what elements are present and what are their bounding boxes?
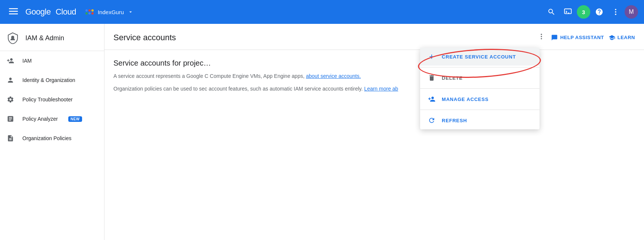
sidebar-title: IAM & Admin (25, 34, 64, 42)
project-selector[interactable]: IndexGuru (85, 9, 134, 15)
search-button[interactable] (544, 4, 559, 19)
refresh-icon (428, 117, 436, 124)
create-plus-icon (428, 53, 436, 60)
create-service-account-item[interactable]: CREATE SERVICE ACCOUNT (420, 48, 540, 66)
svg-point-14 (541, 34, 542, 35)
learn-more-link[interactable]: Learn more ab (364, 86, 398, 92)
sidebar-item-policy-analyzer[interactable]: Policy Analyzer NEW (0, 109, 104, 129)
content-area: Service accounts HELP ASSISTANT LEARN (104, 24, 644, 240)
policy-troubleshooter-icon (6, 95, 15, 104)
svg-point-3 (85, 9, 88, 12)
paragraph-2: Organization policies can be used to sec… (113, 85, 635, 93)
project-name: IndexGuru (98, 9, 124, 15)
svg-point-6 (85, 12, 88, 15)
svg-point-7 (88, 12, 91, 15)
main-layout: IAM & Admin IAM Identity & Organization (0, 24, 644, 240)
sidebar-item-policy-troubleshooter[interactable]: Policy Troubleshooter (0, 90, 104, 109)
sidebar-item-org-policies[interactable]: Organization Policies (0, 129, 104, 148)
content-body: Service accounts for projec… A service a… (104, 50, 644, 107)
content-header: Service accounts HELP ASSISTANT LEARN (104, 24, 644, 50)
svg-point-15 (541, 36, 542, 37)
google-cloud-logo: Google Cloud (25, 7, 76, 17)
manage-access-icon (428, 95, 436, 103)
sidebar-item-iam[interactable]: IAM (0, 51, 104, 70)
dropdown-menu: CREATE SERVICE ACCOUNT DELETE MA (420, 48, 540, 129)
page-title: Service accounts (113, 33, 532, 42)
svg-rect-2 (9, 13, 18, 15)
svg-point-16 (541, 38, 542, 39)
dropdown-divider-3 (420, 110, 540, 110)
sidebar-item-identity-org[interactable]: Identity & Organization (0, 70, 104, 90)
dropdown-divider-1 (420, 67, 540, 67)
iam-admin-icon (6, 31, 19, 45)
service-accounts-link[interactable]: about service accounts. (306, 73, 361, 79)
sidebar: IAM & Admin IAM Identity & Organization (0, 24, 104, 240)
user-avatar[interactable]: M (625, 5, 638, 19)
svg-point-10 (615, 9, 616, 10)
delete-icon (428, 74, 436, 82)
sidebar-item-iam-label: IAM (22, 58, 32, 64)
notification-badge[interactable]: 3 (577, 5, 590, 19)
svg-point-12 (615, 14, 616, 15)
more-options-button[interactable] (608, 4, 623, 19)
content-more-button[interactable] (536, 31, 547, 44)
iam-icon (6, 56, 15, 65)
sidebar-item-identity-org-label: Identity & Organization (22, 77, 75, 83)
sidebar-item-org-policies-label: Organization Policies (22, 135, 72, 141)
identity-org-icon (6, 76, 15, 85)
paragraph-1: A service account represents a Google C … (113, 72, 635, 80)
dropdown-divider-2 (420, 88, 540, 89)
nav-icon-group: 3 M (544, 4, 638, 19)
refresh-item[interactable]: REFRESH (420, 111, 540, 129)
delete-item[interactable]: DELETE (420, 69, 540, 87)
section-heading: Service accounts for projec… (113, 59, 635, 67)
org-policies-icon (6, 134, 15, 143)
manage-access-item[interactable]: MANAGE ACCESS (420, 90, 540, 108)
top-navigation: Google Cloud IndexGuru (0, 0, 644, 24)
hamburger-menu[interactable] (6, 4, 21, 20)
sidebar-header: IAM & Admin (0, 24, 104, 51)
sidebar-item-policy-troubleshooter-label: Policy Troubleshooter (22, 97, 73, 102)
svg-rect-1 (9, 11, 18, 12)
logo-cloud-text: Cloud (56, 7, 76, 17)
logo-google-text: Google (25, 7, 51, 17)
svg-point-11 (615, 11, 616, 13)
policy-analyzer-icon (6, 114, 15, 123)
svg-point-8 (91, 12, 94, 15)
svg-point-5 (91, 9, 94, 12)
help-button[interactable] (592, 4, 607, 19)
cloud-shell-button[interactable] (560, 4, 575, 19)
new-badge: NEW (68, 116, 82, 122)
sidebar-item-policy-analyzer-label: Policy Analyzer (22, 116, 58, 122)
help-assistant-button[interactable]: HELP ASSISTANT (551, 34, 604, 41)
svg-rect-0 (9, 8, 18, 9)
svg-point-4 (88, 9, 91, 12)
learn-button[interactable]: LEARN (609, 34, 635, 41)
